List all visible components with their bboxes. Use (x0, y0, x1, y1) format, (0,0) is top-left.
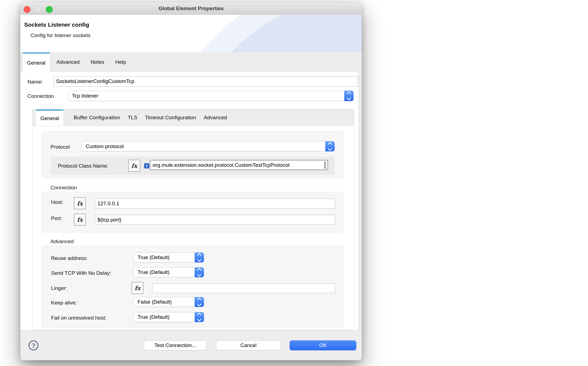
fx-expression-button[interactable]: fx (74, 197, 86, 209)
fx-expression-button[interactable]: fx (128, 160, 140, 172)
inner-tab-timeout-configuration[interactable]: Timeout Configuration (141, 109, 200, 126)
tab-general[interactable]: General (23, 52, 50, 72)
keep-alive-select[interactable]: False (Default) (133, 297, 204, 307)
inner-tab-buffer-configuration[interactable]: Buffer Configuration (70, 109, 124, 126)
dialog-subtitle: Config for listener sockets (30, 32, 91, 38)
advanced-section-heading: Advanced (51, 239, 74, 245)
reuse-address-select[interactable]: True (Default) (133, 253, 204, 262)
general-tab-content: Name: Connection Tcp listener General Bu… (20, 72, 362, 330)
help-button[interactable]: ? (29, 340, 38, 350)
chevron-up-down-icon (325, 141, 335, 151)
host-label: Host: (51, 199, 63, 205)
host-input[interactable] (95, 199, 335, 209)
tab-notes[interactable]: Notes (87, 52, 108, 72)
button-bar: ? Test Connection... Cancel OK (20, 330, 362, 360)
connection-group (41, 192, 343, 232)
protocol-select-value: Custom protocol (86, 142, 124, 151)
scrollbar-track[interactable] (358, 72, 362, 330)
reuse-address-value: True (Default) (138, 253, 170, 262)
send-tcp-no-delay-value: True (Default) (138, 268, 170, 277)
chevron-up-down-icon (195, 267, 204, 277)
window-title: Global Element Properties (20, 2, 362, 15)
keep-alive-value: False (Default) (138, 297, 172, 307)
chevron-up-down-icon (195, 297, 204, 307)
fx-expression-button[interactable]: fx (131, 282, 144, 294)
connection-label: Connection (27, 93, 54, 99)
chevron-up-down-icon (195, 312, 204, 322)
chevron-up-down-icon (344, 91, 354, 101)
inner-tab-strip: General Buffer Configuration TLS Timeout… (33, 109, 354, 126)
connection-config-panel: General Buffer Configuration TLS Timeout… (32, 109, 354, 330)
reuse-address-label: Reuse address: (51, 255, 88, 261)
inner-tab-tls[interactable]: TLS (124, 109, 141, 126)
send-tcp-no-delay-label: Send TCP With No Delay: (51, 270, 111, 276)
title-bar[interactable]: Global Element Properties (20, 2, 362, 15)
connection-section-heading: Connection (51, 185, 77, 191)
inner-tab-advanced[interactable]: Advanced (200, 109, 231, 126)
test-connection-button[interactable]: Test Connection... (144, 340, 207, 350)
question-mark-icon: ? (32, 342, 35, 349)
chevron-up-down-icon (195, 253, 204, 262)
protocol-label: Protocol (51, 144, 70, 150)
linger-input[interactable] (152, 283, 335, 293)
linger-label: Linger: (51, 285, 67, 291)
keep-alive-label: Keep alive: (51, 300, 77, 306)
outer-tab-strip: General Advanced Notes Help (20, 52, 362, 72)
send-tcp-no-delay-select[interactable]: True (Default) (133, 267, 204, 277)
connection-select-value: Tcp listener (72, 91, 98, 101)
cancel-button[interactable]: Cancel (216, 340, 281, 350)
port-label: Port: (51, 215, 62, 221)
inner-tab-general[interactable]: General (36, 109, 63, 126)
protocol-select[interactable]: Custom protocol (82, 141, 335, 151)
fail-on-unresolved-host-value: True (Default) (138, 312, 170, 322)
protocol-class-label: Protocol Class Name: (58, 163, 108, 169)
tab-advanced[interactable]: Advanced (53, 52, 83, 72)
connection-select[interactable]: Tcp listener (68, 91, 354, 101)
text-caret (325, 162, 325, 169)
fail-on-unresolved-host-label: Fail on unresolved host: (51, 315, 107, 321)
port-input[interactable] (95, 215, 335, 225)
fx-expression-button[interactable]: fx (74, 214, 86, 226)
info-icon: i (144, 163, 149, 168)
dialog-title: Sockets Listener config (24, 21, 89, 28)
tab-help[interactable]: Help (112, 52, 130, 72)
ok-button[interactable]: OK (290, 340, 356, 350)
fail-on-unresolved-host-select[interactable]: True (Default) (133, 312, 204, 322)
name-label: Name: (27, 79, 43, 85)
global-element-properties-dialog: Global Element Properties Sockets Listen… (20, 2, 362, 360)
name-input[interactable] (54, 76, 358, 87)
protocol-class-input[interactable] (150, 160, 328, 170)
dialog-header: Sockets Listener config Config for liste… (20, 15, 362, 52)
